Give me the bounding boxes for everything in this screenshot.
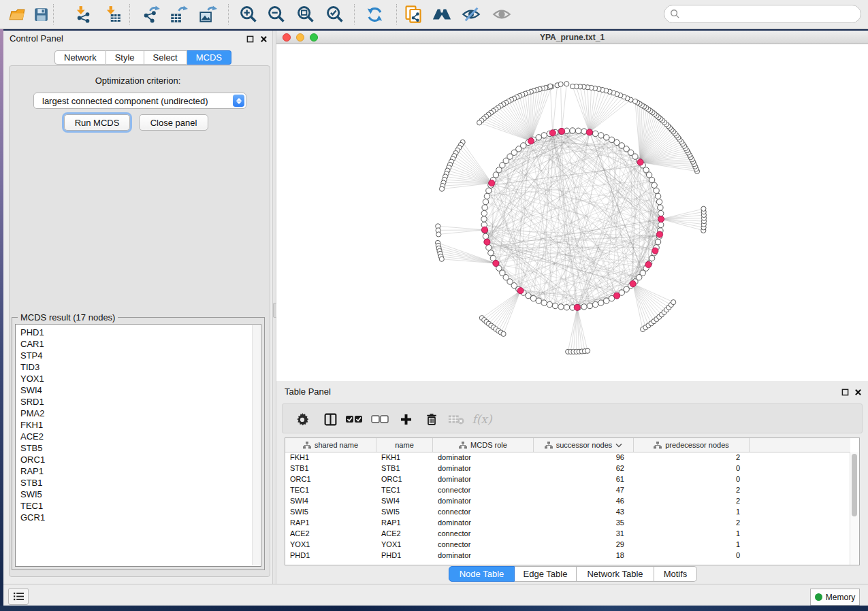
network-node[interactable] [598, 133, 604, 138]
table-row[interactable]: SWI5SWI5connector431 [285, 506, 850, 517]
show-log-button[interactable] [8, 588, 29, 605]
table-row[interactable]: PHD1PHD1dominator180 [285, 550, 850, 561]
tab-network-table[interactable]: Network Table [577, 566, 654, 582]
network-node[interactable] [614, 139, 620, 145]
network-hub-node[interactable] [630, 280, 636, 286]
network-hub-node[interactable] [517, 288, 524, 294]
network-node[interactable] [486, 188, 492, 193]
export-image-icon[interactable] [196, 3, 219, 26]
delete-column-icon[interactable] [421, 409, 442, 429]
network-node[interactable] [483, 233, 488, 239]
table-row[interactable]: SWI4SWI4dominator462 [285, 495, 850, 506]
table-scrollbar[interactable] [850, 452, 859, 565]
table-row[interactable]: ORC1ORC1dominator610 [285, 474, 850, 484]
network-node[interactable] [658, 205, 663, 210]
network-hub-node[interactable] [656, 231, 662, 237]
tab-style[interactable]: Style [106, 50, 144, 65]
close-panel-icon[interactable] [259, 34, 268, 44]
mcds-result-item[interactable]: SRD1 [16, 396, 261, 408]
search-input[interactable] [684, 9, 861, 20]
open-file-icon[interactable] [5, 3, 29, 26]
mcds-result-list[interactable]: PHD1 CAR1 STP4 TID3 YOX1 SWI4 SRD1 PMA2 … [15, 324, 261, 567]
network-node[interactable] [552, 303, 558, 308]
network-node[interactable] [558, 304, 564, 310]
mcds-result-item[interactable]: SWI5 [16, 489, 261, 500]
mcds-result-item[interactable]: FKH1 [16, 419, 261, 431]
search-network-icon[interactable] [430, 3, 453, 26]
network-leaf-node[interactable] [585, 348, 590, 353]
mcds-result-item[interactable]: SWI4 [16, 384, 261, 396]
network-node[interactable] [536, 135, 541, 140]
network-leaf-node[interactable] [671, 300, 676, 305]
refresh-icon[interactable] [363, 3, 386, 26]
tab-edge-table[interactable]: Edge Table [515, 566, 577, 582]
zoom-in-icon[interactable] [237, 3, 260, 26]
mcds-result-item[interactable]: ACE2 [16, 431, 261, 442]
memory-button[interactable]: Memory [810, 589, 860, 606]
mcds-result-item[interactable]: TEC1 [16, 500, 261, 512]
import-network-icon[interactable] [71, 3, 95, 26]
network-node[interactable] [483, 199, 488, 204]
network-node[interactable] [484, 193, 489, 199]
network-node[interactable] [649, 177, 654, 182]
network-node[interactable] [488, 250, 494, 256]
network-node[interactable] [547, 301, 552, 307]
network-hub-node[interactable] [652, 248, 658, 254]
network-leaf-node[interactable] [558, 82, 563, 86]
tab-node-table[interactable]: Node Table [449, 566, 515, 582]
function-builder-icon[interactable]: f(x) [472, 409, 492, 429]
network-node[interactable] [536, 298, 541, 303]
column-header-shared-name[interactable]: shared name [285, 438, 376, 452]
mcds-result-item[interactable]: RAP1 [16, 465, 261, 477]
network-leaf-node[interactable] [701, 206, 706, 211]
network-hub-node[interactable] [574, 304, 580, 310]
tab-mcds[interactable]: MCDS [187, 50, 231, 65]
network-node[interactable] [592, 131, 598, 136]
network-node[interactable] [541, 133, 547, 138]
show-column-panel-icon[interactable] [320, 409, 340, 429]
network-hub-node[interactable] [493, 260, 499, 266]
select-all-columns-icon[interactable] [344, 409, 364, 429]
network-node[interactable] [658, 210, 664, 216]
optimization-criterion-select[interactable]: largest connected component (undirected) [33, 93, 246, 109]
mcds-result-item[interactable]: ORC1 [16, 454, 261, 465]
close-panel-button[interactable]: Close panel [139, 114, 208, 131]
network-leaf-node[interactable] [439, 257, 444, 261]
column-header-name[interactable]: name [376, 438, 433, 452]
table-row[interactable]: ACE2ACE2connector311 [285, 528, 850, 539]
network-node[interactable] [598, 300, 604, 306]
network-node[interactable] [530, 295, 536, 301]
network-node[interactable] [486, 245, 492, 250]
close-table-panel-icon[interactable] [853, 387, 863, 397]
network-hub-node[interactable] [637, 159, 643, 165]
import-table-icon[interactable] [101, 3, 125, 26]
network-hub-node[interactable] [484, 239, 490, 245]
network-node[interactable] [481, 210, 487, 216]
column-header-predecessor-nodes[interactable]: predecessor nodes [634, 438, 750, 452]
network-node[interactable] [587, 303, 592, 308]
network-hub-node[interactable] [645, 261, 652, 267]
network-hub-node[interactable] [613, 293, 620, 299]
network-leaf-node[interactable] [436, 232, 441, 237]
network-hub-node[interactable] [586, 129, 592, 135]
deselect-all-columns-icon[interactable] [370, 409, 390, 429]
hide-selected-icon[interactable] [460, 3, 483, 26]
network-hub-node[interactable] [528, 138, 534, 144]
network-node[interactable] [541, 300, 547, 306]
network-leaf-node[interactable] [570, 84, 575, 88]
create-column-icon[interactable] [396, 409, 416, 429]
mcds-result-item[interactable]: STB1 [16, 477, 261, 489]
tab-motifs[interactable]: Motifs [654, 566, 697, 582]
float-panel-icon[interactable] [245, 34, 255, 44]
network-node[interactable] [649, 255, 654, 261]
network-node[interactable] [658, 222, 664, 227]
network-node[interactable] [575, 128, 581, 133]
network-node[interactable] [655, 193, 660, 199]
network-node[interactable] [604, 135, 609, 140]
tab-select[interactable]: Select [144, 50, 187, 65]
network-node[interactable] [564, 305, 569, 310]
network-node[interactable] [526, 293, 531, 298]
mcds-list-scrollbar[interactable] [252, 325, 260, 565]
network-leaf-node[interactable] [564, 82, 569, 86]
table-row[interactable]: TEC1TEC1connector472 [285, 484, 850, 495]
